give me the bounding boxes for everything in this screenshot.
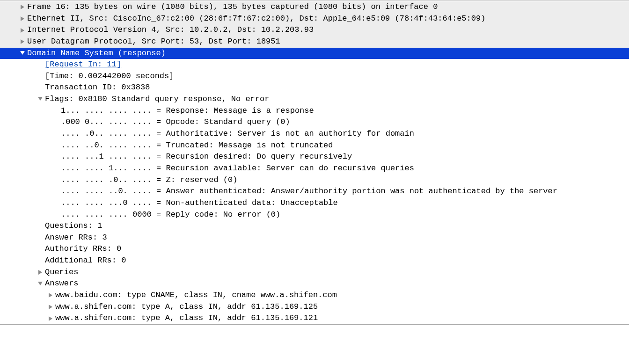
answer-row[interactable]: www.a.shifen.com: type A, class IN, addr…: [0, 301, 629, 313]
flag-row[interactable]: .... .... ...0 .... = Non-authenticated …: [0, 197, 629, 209]
flag-text: .... .0.. .... .... = Authoritative: Ser…: [61, 128, 414, 140]
dns-request-in[interactable]: [Request In: 11]: [0, 59, 629, 71]
protocol-text: Ethernet II, Src: CiscoInc_67:c2:00 (28:…: [27, 13, 485, 25]
flag-text: .... .... ..0. .... = Answer authenticat…: [61, 186, 557, 197]
flag-row[interactable]: .... .0.. .... .... = Authoritative: Ser…: [0, 128, 629, 140]
dns-time[interactable]: [Time: 0.002442000 seconds]: [0, 71, 629, 82]
protocol-text: User Datagram Protocol, Src Port: 53, Ds…: [27, 36, 280, 48]
protocol-udp[interactable]: User Datagram Protocol, Src Port: 53, Ds…: [0, 36, 629, 48]
field-text: Flags: 0x8180 Standard query response, N…: [45, 94, 269, 105]
request-in-link[interactable]: [Request In: 11]: [45, 59, 121, 71]
protocol-ip[interactable]: Internet Protocol Version 4, Src: 10.2.0…: [0, 24, 629, 36]
field-text: [Time: 0.002442000 seconds]: [45, 71, 174, 82]
flag-text: .... .... 1... .... = Recursion availabl…: [61, 163, 414, 175]
flag-text: 1... .... .... .... = Response: Message …: [61, 105, 314, 117]
collapse-icon[interactable]: [47, 305, 55, 309]
collapse-icon[interactable]: [37, 270, 45, 275]
collapse-icon[interactable]: [47, 293, 55, 298]
flag-text: .... ..0. .... .... = Truncated: Message…: [61, 140, 333, 152]
collapse-icon[interactable]: [19, 16, 27, 21]
field-text: Answer RRs: 3: [45, 232, 107, 244]
dns-questions[interactable]: Questions: 1: [0, 220, 629, 232]
protocol-text: Internet Protocol Version 4, Src: 10.2.0…: [27, 24, 314, 36]
field-text: Authority RRs: 0: [45, 243, 121, 255]
flag-row[interactable]: .... .... ..0. .... = Answer authenticat…: [0, 186, 629, 197]
collapse-icon[interactable]: [47, 316, 55, 321]
dns-additional-rrs[interactable]: Additional RRs: 0: [0, 255, 629, 267]
field-text: Questions: 1: [45, 220, 102, 232]
flag-text: .... .... ...0 .... = Non-authenticated …: [61, 197, 338, 209]
collapse-icon[interactable]: [19, 5, 27, 9]
flag-row[interactable]: .000 0... .... .... = Opcode: Standard q…: [0, 116, 629, 128]
flag-text: .... .... .... 0000 = Reply code: No err…: [61, 209, 280, 221]
protocol-dns[interactable]: Domain Name System (response): [0, 48, 629, 59]
field-text: Queries: [45, 267, 78, 278]
packet-details-pane: Frame 16: 135 bytes on wire (1080 bits),…: [0, 0, 629, 325]
dns-authority-rrs[interactable]: Authority RRs: 0: [0, 243, 629, 255]
dns-flags-header[interactable]: Flags: 0x8180 Standard query response, N…: [0, 94, 629, 105]
protocol-frame[interactable]: Frame 16: 135 bytes on wire (1080 bits),…: [0, 1, 629, 13]
field-text: Transaction ID: 0x3838: [45, 82, 150, 94]
protocol-text: Frame 16: 135 bytes on wire (1080 bits),…: [27, 1, 438, 13]
protocol-text: Domain Name System (response): [27, 48, 166, 59]
flag-text: .000 0... .... .... = Opcode: Standard q…: [61, 116, 290, 128]
flag-row[interactable]: .... .... .... 0000 = Reply code: No err…: [0, 209, 629, 221]
dns-answer-rrs[interactable]: Answer RRs: 3: [0, 232, 629, 244]
answer-text: www.baidu.com: type CNAME, class IN, cna…: [55, 290, 337, 301]
dns-queries[interactable]: Queries: [0, 267, 629, 278]
answer-text: www.a.shifen.com: type A, class IN, addr…: [55, 313, 318, 324]
flag-text: .... ...1 .... .... = Recursion desired:…: [61, 151, 352, 163]
flag-row[interactable]: .... ..0. .... .... = Truncated: Message…: [0, 140, 629, 152]
dns-transaction-id[interactable]: Transaction ID: 0x3838: [0, 82, 629, 94]
flag-row[interactable]: .... .... 1... .... = Recursion availabl…: [0, 163, 629, 175]
flag-text: .... .... .0.. .... = Z: reserved (0): [61, 175, 237, 186]
flag-row[interactable]: 1... .... .... .... = Response: Message …: [0, 105, 629, 117]
field-text: Answers: [45, 278, 78, 290]
answer-text: www.a.shifen.com: type A, class IN, addr…: [55, 301, 318, 313]
expand-icon[interactable]: [37, 282, 45, 286]
protocol-ethernet[interactable]: Ethernet II, Src: CiscoInc_67:c2:00 (28:…: [0, 13, 629, 25]
expand-icon[interactable]: [37, 97, 45, 101]
dns-answers[interactable]: Answers: [0, 278, 629, 290]
field-text: Additional RRs: 0: [45, 255, 126, 267]
collapse-icon[interactable]: [19, 39, 27, 44]
collapse-icon[interactable]: [19, 28, 27, 33]
flag-row[interactable]: .... ...1 .... .... = Recursion desired:…: [0, 151, 629, 163]
expand-icon[interactable]: [19, 51, 27, 55]
answer-row[interactable]: www.baidu.com: type CNAME, class IN, cna…: [0, 290, 629, 301]
flag-row[interactable]: .... .... .0.. .... = Z: reserved (0): [0, 175, 629, 186]
answer-row[interactable]: www.a.shifen.com: type A, class IN, addr…: [0, 313, 629, 324]
